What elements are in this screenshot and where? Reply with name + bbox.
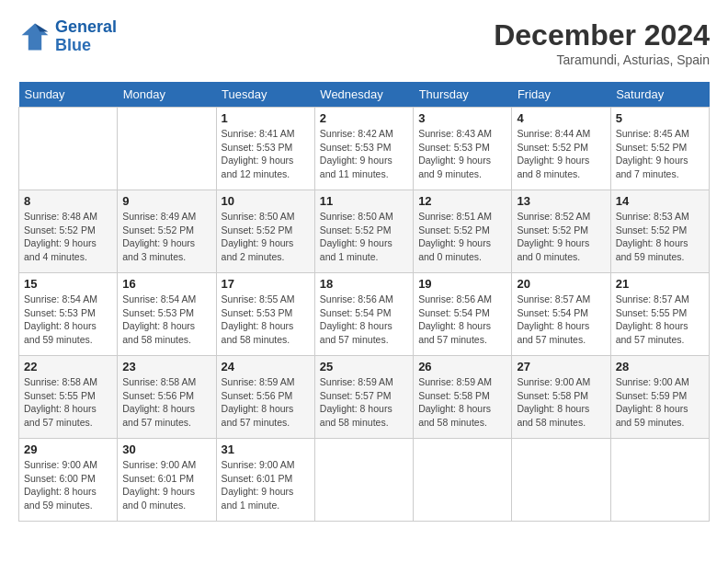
day-number: 29 <box>24 442 112 456</box>
day-info: Sunrise: 8:50 AM Sunset: 5:52 PM Dayligh… <box>320 210 408 264</box>
calendar-cell: 3 Sunrise: 8:43 AM Sunset: 5:53 PM Dayli… <box>414 108 512 190</box>
day-info: Sunrise: 8:41 AM Sunset: 5:53 PM Dayligh… <box>222 127 310 181</box>
calendar-cell: 26 Sunrise: 8:59 AM Sunset: 5:58 PM Dayl… <box>414 356 512 439</box>
day-number: 15 <box>24 277 112 291</box>
day-info: Sunrise: 9:00 AM Sunset: 5:59 PM Dayligh… <box>616 375 704 430</box>
calendar-cell: 25 Sunrise: 8:59 AM Sunset: 5:57 PM Dayl… <box>314 356 413 439</box>
day-info: Sunrise: 9:00 AM Sunset: 6:00 PM Dayligh… <box>24 458 112 512</box>
day-info: Sunrise: 8:56 AM Sunset: 5:54 PM Dayligh… <box>418 293 506 347</box>
calendar-cell: 15 Sunrise: 8:54 AM Sunset: 5:53 PM Dayl… <box>19 273 118 356</box>
calendar-cell: 19 Sunrise: 8:56 AM Sunset: 5:54 PM Dayl… <box>414 273 512 356</box>
calendar-cell: 27 Sunrise: 9:00 AM Sunset: 5:58 PM Dayl… <box>512 356 610 439</box>
day-number: 27 <box>517 360 605 373</box>
page-header: General Blue December 2024 Taramundi, As… <box>18 18 710 67</box>
day-info: Sunrise: 8:59 AM Sunset: 5:56 PM Dayligh… <box>222 375 310 430</box>
calendar-cell: 12 Sunrise: 8:51 AM Sunset: 5:52 PM Dayl… <box>414 190 512 273</box>
weekday-header-monday: Monday <box>118 82 216 108</box>
day-number: 19 <box>418 277 506 291</box>
calendar-cell: 1 Sunrise: 8:41 AM Sunset: 5:53 PM Dayli… <box>216 108 314 190</box>
day-info: Sunrise: 8:59 AM Sunset: 5:57 PM Dayligh… <box>320 375 408 430</box>
day-info: Sunrise: 8:50 AM Sunset: 5:52 PM Dayligh… <box>222 210 310 264</box>
weekday-header-thursday: Thursday <box>414 82 512 108</box>
logo: General Blue <box>18 18 117 55</box>
day-info: Sunrise: 8:57 AM Sunset: 5:55 PM Dayligh… <box>616 293 704 347</box>
calendar-cell <box>19 108 118 190</box>
day-info: Sunrise: 8:48 AM Sunset: 5:52 PM Dayligh… <box>24 210 112 264</box>
calendar-cell: 10 Sunrise: 8:50 AM Sunset: 5:52 PM Dayl… <box>216 190 314 273</box>
calendar-cell: 2 Sunrise: 8:42 AM Sunset: 5:53 PM Dayli… <box>314 108 413 190</box>
calendar-cell <box>512 439 610 522</box>
calendar-cell: 11 Sunrise: 8:50 AM Sunset: 5:52 PM Dayl… <box>314 190 413 273</box>
day-number: 8 <box>24 194 112 208</box>
title-block: December 2024 Taramundi, Asturias, Spain <box>494 18 710 67</box>
day-number: 4 <box>517 111 605 125</box>
day-number: 13 <box>517 194 605 208</box>
day-info: Sunrise: 8:54 AM Sunset: 5:53 PM Dayligh… <box>122 293 210 347</box>
day-number: 20 <box>517 277 605 291</box>
calendar-cell: 24 Sunrise: 8:59 AM Sunset: 5:56 PM Dayl… <box>216 356 314 439</box>
calendar-cell: 31 Sunrise: 9:00 AM Sunset: 6:01 PM Dayl… <box>216 439 314 522</box>
day-info: Sunrise: 9:00 AM Sunset: 5:58 PM Dayligh… <box>517 375 605 430</box>
calendar-cell <box>610 439 709 522</box>
day-info: Sunrise: 8:59 AM Sunset: 5:58 PM Dayligh… <box>418 375 506 430</box>
calendar-cell: 9 Sunrise: 8:49 AM Sunset: 5:52 PM Dayli… <box>118 190 216 273</box>
day-info: Sunrise: 8:51 AM Sunset: 5:52 PM Dayligh… <box>418 210 506 264</box>
day-number: 17 <box>222 277 310 291</box>
day-info: Sunrise: 8:45 AM Sunset: 5:52 PM Dayligh… <box>616 127 704 181</box>
month-title: December 2024 <box>494 18 710 52</box>
day-number: 14 <box>616 194 704 208</box>
weekday-header-friday: Friday <box>512 82 610 108</box>
svg-marker-0 <box>22 23 49 50</box>
calendar-cell <box>314 439 413 522</box>
day-info: Sunrise: 9:00 AM Sunset: 6:01 PM Dayligh… <box>222 458 310 512</box>
day-number: 22 <box>24 360 112 373</box>
calendar-cell <box>414 439 512 522</box>
day-info: Sunrise: 8:43 AM Sunset: 5:53 PM Dayligh… <box>418 127 506 181</box>
day-info: Sunrise: 9:00 AM Sunset: 6:01 PM Dayligh… <box>122 458 210 512</box>
calendar-cell: 4 Sunrise: 8:44 AM Sunset: 5:52 PM Dayli… <box>512 108 610 190</box>
weekday-header-row: SundayMondayTuesdayWednesdayThursdayFrid… <box>19 82 710 108</box>
day-info: Sunrise: 8:54 AM Sunset: 5:53 PM Dayligh… <box>24 293 112 347</box>
day-info: Sunrise: 8:44 AM Sunset: 5:52 PM Dayligh… <box>517 127 605 181</box>
calendar-cell: 23 Sunrise: 8:58 AM Sunset: 5:56 PM Dayl… <box>118 356 216 439</box>
day-info: Sunrise: 8:52 AM Sunset: 5:52 PM Dayligh… <box>517 210 605 264</box>
day-number: 30 <box>122 442 210 456</box>
calendar-cell: 18 Sunrise: 8:56 AM Sunset: 5:54 PM Dayl… <box>314 273 413 356</box>
logo-icon <box>18 20 51 53</box>
day-number: 12 <box>418 194 506 208</box>
day-number: 21 <box>616 277 704 291</box>
weekday-header-wednesday: Wednesday <box>314 82 413 108</box>
day-number: 3 <box>418 111 506 125</box>
day-info: Sunrise: 8:53 AM Sunset: 5:52 PM Dayligh… <box>616 210 704 264</box>
day-number: 31 <box>222 442 310 456</box>
day-info: Sunrise: 8:58 AM Sunset: 5:55 PM Dayligh… <box>24 375 112 430</box>
calendar-cell: 8 Sunrise: 8:48 AM Sunset: 5:52 PM Dayli… <box>19 190 118 273</box>
weekday-header-tuesday: Tuesday <box>216 82 314 108</box>
day-number: 28 <box>616 360 704 373</box>
day-number: 5 <box>616 111 704 125</box>
weekday-header-sunday: Sunday <box>19 82 118 108</box>
calendar-table: SundayMondayTuesdayWednesdayThursdayFrid… <box>18 82 710 522</box>
calendar-cell: 13 Sunrise: 8:52 AM Sunset: 5:52 PM Dayl… <box>512 190 610 273</box>
calendar-cell: 20 Sunrise: 8:57 AM Sunset: 5:54 PM Dayl… <box>512 273 610 356</box>
day-number: 2 <box>320 111 408 125</box>
calendar-cell: 28 Sunrise: 9:00 AM Sunset: 5:59 PM Dayl… <box>610 356 709 439</box>
day-number: 9 <box>122 194 210 208</box>
day-info: Sunrise: 8:56 AM Sunset: 5:54 PM Dayligh… <box>320 293 408 347</box>
calendar-cell: 30 Sunrise: 9:00 AM Sunset: 6:01 PM Dayl… <box>118 439 216 522</box>
day-number: 25 <box>320 360 408 373</box>
day-info: Sunrise: 8:49 AM Sunset: 5:52 PM Dayligh… <box>122 210 210 264</box>
calendar-cell: 29 Sunrise: 9:00 AM Sunset: 6:00 PM Dayl… <box>19 439 118 522</box>
day-info: Sunrise: 8:42 AM Sunset: 5:53 PM Dayligh… <box>320 127 408 181</box>
day-number: 1 <box>222 111 310 125</box>
logo-text: General Blue <box>55 18 117 55</box>
calendar-cell: 5 Sunrise: 8:45 AM Sunset: 5:52 PM Dayli… <box>610 108 709 190</box>
day-number: 23 <box>122 360 210 373</box>
day-info: Sunrise: 8:55 AM Sunset: 5:53 PM Dayligh… <box>222 293 310 347</box>
calendar-cell: 22 Sunrise: 8:58 AM Sunset: 5:55 PM Dayl… <box>19 356 118 439</box>
calendar-cell: 14 Sunrise: 8:53 AM Sunset: 5:52 PM Dayl… <box>610 190 709 273</box>
day-number: 18 <box>320 277 408 291</box>
calendar-cell: 17 Sunrise: 8:55 AM Sunset: 5:53 PM Dayl… <box>216 273 314 356</box>
calendar-cell: 21 Sunrise: 8:57 AM Sunset: 5:55 PM Dayl… <box>610 273 709 356</box>
day-number: 10 <box>222 194 310 208</box>
